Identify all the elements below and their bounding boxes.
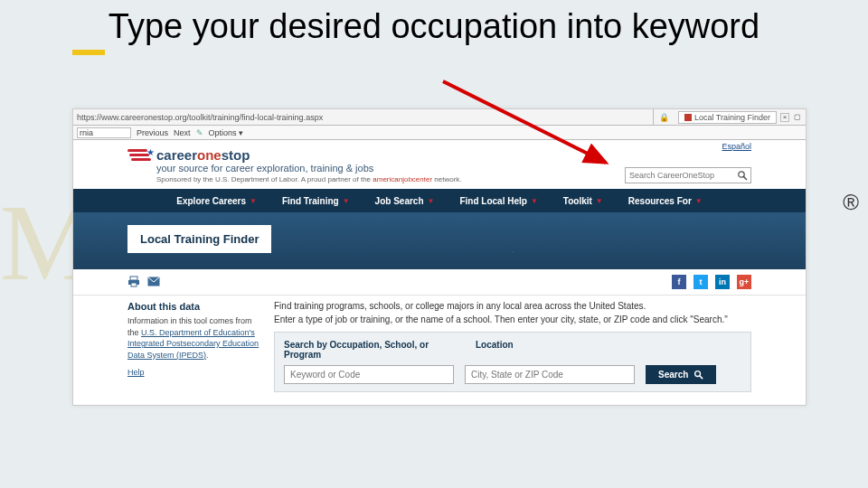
flag-icon: ★: [127, 147, 151, 171]
help-link[interactable]: Help: [127, 368, 263, 377]
email-icon[interactable]: [147, 276, 160, 288]
search-location-label: Location: [476, 340, 514, 360]
chevron-down-icon: ▼: [343, 197, 350, 205]
brand-name: careeronestop: [156, 147, 462, 163]
ipeds-link[interactable]: U.S. Department of Education's Integrate…: [127, 328, 259, 360]
tagline: your source for career exploration, trai…: [156, 163, 462, 174]
intro-text-2: Enter a type of job or training, or the …: [274, 314, 751, 324]
lock-icon: 🔒: [659, 113, 669, 122]
content-body: About this data Information in this tool…: [73, 296, 806, 405]
facebook-icon[interactable]: f: [672, 275, 686, 289]
search-icon: [693, 370, 703, 380]
chevron-down-icon: ▼: [695, 197, 703, 205]
print-icon[interactable]: [127, 276, 140, 288]
site-logo[interactable]: ★ careeronestop your source for career e…: [127, 147, 462, 183]
site-search: [625, 167, 751, 183]
tab-title: Local Training Finder: [694, 113, 770, 122]
search-keyword-label: Search by Occupation, School, or Program: [284, 340, 465, 360]
nav-resources-for[interactable]: Resources For▼: [616, 189, 715, 212]
svg-rect-3: [130, 277, 137, 280]
site-header: ★ careeronestop your source for career e…: [73, 140, 806, 189]
nav-explore-careers[interactable]: Explore Careers▼: [164, 189, 269, 212]
svg-line-8: [700, 376, 703, 379]
action-toolbar: f t in g+: [73, 269, 806, 296]
keyword-input[interactable]: [284, 365, 454, 384]
sponsor-line: Sponsored by the U.S. Department of Labo…: [156, 175, 462, 183]
find-input[interactable]: rnia: [77, 127, 131, 138]
about-data-heading: About this data: [127, 301, 263, 312]
svg-point-1: [739, 172, 744, 177]
svg-line-2: [744, 177, 747, 180]
chevron-down-icon: ▼: [250, 197, 257, 205]
chevron-down-icon: ▼: [596, 197, 603, 205]
twitter-icon[interactable]: t: [693, 275, 708, 289]
find-options-button[interactable]: Options ▾: [209, 128, 244, 137]
chevron-down-icon: ▼: [531, 197, 538, 205]
page-title: Local Training Finder: [127, 225, 271, 253]
find-next-button[interactable]: Next: [174, 128, 191, 137]
nav-find-training[interactable]: Find Training▼: [269, 189, 363, 212]
nav-job-search[interactable]: Job Search▼: [363, 189, 448, 212]
find-highlight-icon[interactable]: ✎: [196, 128, 203, 137]
browser-window: https://www.careeronestop.org/toolkit/tr…: [72, 108, 807, 406]
search-icon[interactable]: [734, 170, 750, 181]
slide-title: Type your desired occupation into keywor…: [0, 0, 868, 50]
location-input[interactable]: [465, 365, 635, 384]
registered-mark: ®: [843, 190, 859, 215]
url-field[interactable]: https://www.careeronestop.org/toolkit/tr…: [73, 109, 654, 125]
accent-bar: [72, 50, 105, 55]
search-button[interactable]: Search: [646, 365, 716, 384]
main-nav: Explore Careers▼ Find Training▼ Job Sear…: [73, 189, 806, 212]
main-panel: Find training programs, schools, or coll…: [274, 301, 751, 392]
search-box: Search by Occupation, School, or Program…: [274, 332, 751, 392]
address-bar: https://www.careeronestop.org/toolkit/tr…: [73, 109, 806, 126]
hero-band: Local Training Finder: [73, 212, 806, 269]
nav-toolkit[interactable]: Toolkit▼: [551, 189, 616, 212]
about-data-text: Information in this tool comes from the …: [127, 315, 263, 361]
linkedin-icon[interactable]: in: [715, 275, 730, 289]
tab-close-button[interactable]: ×: [780, 113, 789, 122]
site-search-input[interactable]: [626, 171, 734, 180]
tab-favicon-icon: [684, 114, 692, 121]
svg-rect-5: [131, 283, 137, 286]
find-prev-button[interactable]: Previous: [137, 128, 168, 137]
intro-text-1: Find training programs, schools, or coll…: [274, 301, 751, 311]
nav-find-local-help[interactable]: Find Local Help▼: [447, 189, 550, 212]
browser-tab[interactable]: Local Training Finder: [678, 111, 777, 124]
chevron-down-icon: ▼: [428, 197, 435, 205]
espanol-link[interactable]: Español: [722, 142, 751, 151]
new-tab-button[interactable]: ▢: [793, 113, 802, 122]
svg-point-7: [695, 371, 701, 377]
googleplus-icon[interactable]: g+: [737, 275, 751, 289]
find-toolbar: rnia Previous Next ✎ Options ▾: [73, 126, 806, 140]
sidebar: About this data Information in this tool…: [127, 301, 263, 392]
